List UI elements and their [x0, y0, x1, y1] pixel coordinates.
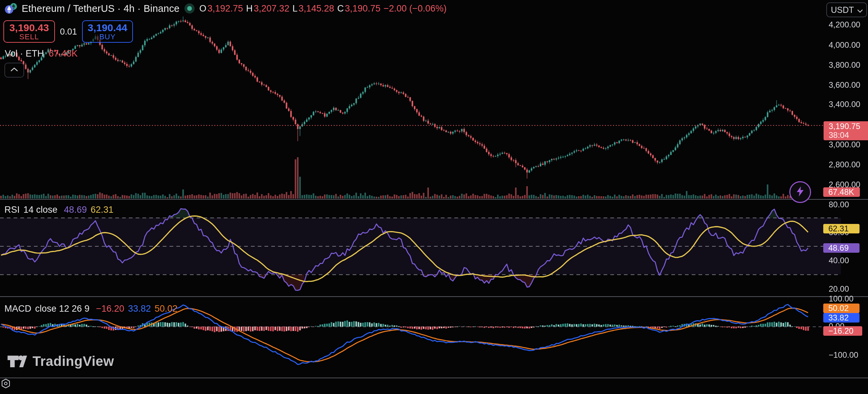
sell-price: 3,190.43	[9, 22, 49, 33]
time-axis[interactable]: 14 17 20 23 26 29 Nov 4 7 10 13 16 19 22…	[0, 378, 868, 394]
buy-button[interactable]: 3,190.44 BUY	[82, 20, 133, 43]
ohlc-readout: O3,192.75 H3,207.32 L3,145.28 C3,190.75 …	[199, 3, 447, 14]
currency-dropdown[interactable]: USDT	[826, 2, 867, 17]
macd-hist-axis-label: −16.20	[823, 326, 862, 336]
collapse-panel-button[interactable]	[4, 63, 24, 78]
macd-header[interactable]: MACD close 12 26 9 −16.20 33.82 50.02	[4, 304, 178, 314]
macd-value: 33.82	[128, 304, 151, 314]
volume-label[interactable]: Vol · ETH	[5, 48, 44, 59]
high-value: 3,207.32	[254, 3, 289, 14]
lightning-icon	[795, 186, 805, 199]
last-price-value: 3,190.75	[829, 122, 868, 131]
spread-value: 0.01	[55, 26, 82, 37]
rsi-value: 48.69	[64, 205, 87, 215]
volume-axis-label: 67.48K	[823, 187, 860, 197]
chevron-down-icon	[857, 5, 863, 15]
currency-value: USDT	[831, 5, 854, 15]
rsi-header[interactable]: RSI 14 close 48.69 62.31	[4, 205, 114, 215]
high-label: H	[246, 3, 253, 14]
macd-signal-value: 50.02	[155, 304, 178, 314]
volume-value: 67.48K	[49, 48, 78, 59]
market-status-icon[interactable]	[184, 3, 195, 14]
macd-title: MACD	[4, 304, 32, 314]
quick-trade-button[interactable]	[789, 181, 811, 203]
eth-usdt-pair-icon	[5, 3, 18, 14]
low-value: 3,145.28	[298, 3, 334, 14]
symbol-header: Ethereum / TetherUS · 4h · Binance O3,19…	[5, 2, 447, 15]
open-value: 3,192.75	[208, 3, 243, 14]
buy-label: BUY	[99, 33, 116, 41]
rsi-title: RSI	[4, 205, 20, 215]
buy-price: 3,190.44	[88, 22, 127, 33]
tradingview-logo-icon	[7, 353, 28, 369]
chart-canvas[interactable]	[0, 0, 868, 394]
rsi-ma-value: 62.31	[91, 205, 114, 215]
order-panel: 3,190.43 SELL 0.01 3,190.44 BUY	[3, 20, 133, 43]
low-label: L	[292, 3, 297, 14]
open-label: O	[199, 3, 206, 14]
close-label: C	[337, 3, 344, 14]
watermark: TradingView	[7, 353, 114, 369]
rsi-ma-axis-label: 62.31	[823, 224, 860, 233]
macd-params: close 12 26 9	[35, 304, 90, 314]
last-price-label: 3,190.75 38:04	[824, 121, 868, 140]
volume-legend: Vol · ETH 67.48K	[5, 48, 78, 59]
change-value: −2.00 (−0.06%)	[383, 3, 447, 14]
sell-button[interactable]: 3,190.43 SELL	[3, 20, 55, 43]
macd-axis-label: 33.82	[823, 313, 860, 323]
close-value: 3,190.75	[345, 3, 380, 14]
timezone-settings-icon[interactable]	[0, 378, 12, 389]
bar-countdown: 38:04	[829, 131, 868, 140]
watermark-text: TradingView	[33, 354, 114, 369]
symbol-title[interactable]: Ethereum / TetherUS · 4h · Binance	[22, 3, 180, 14]
rsi-params: 14 close	[23, 205, 58, 215]
chevron-up-icon	[10, 67, 19, 74]
macd-signal-axis-label: 50.02	[823, 304, 860, 313]
macd-hist-value: −16.20	[96, 304, 124, 314]
rsi-axis-label: 48.69	[823, 243, 860, 253]
sell-label: SELL	[19, 33, 39, 41]
